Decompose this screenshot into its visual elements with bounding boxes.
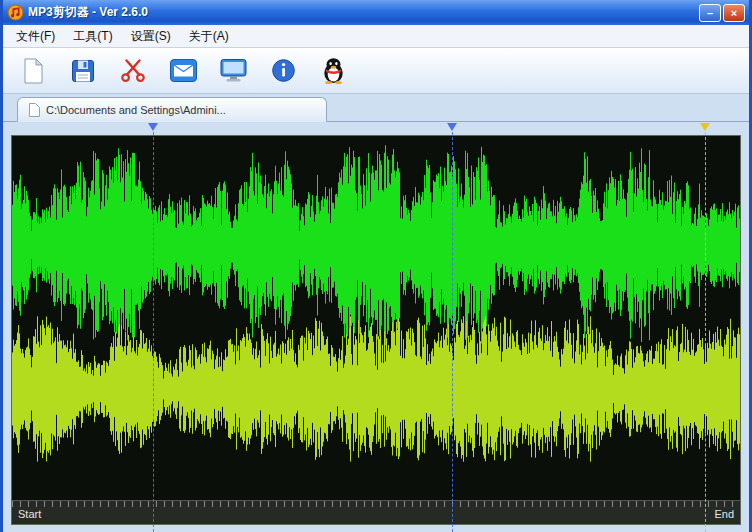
menu-file[interactable]: 文件(F) [7, 25, 64, 48]
ruler-ticks [12, 501, 740, 507]
waveform-panel: Start End [11, 135, 741, 525]
window-title: MP3剪切器 - Ver 2.6.0 [28, 4, 697, 21]
marker-top-handle-icon[interactable] [700, 123, 710, 131]
app-icon [7, 4, 24, 21]
close-button[interactable]: × [723, 4, 745, 22]
marker-line [705, 132, 706, 532]
toolbar [3, 48, 749, 94]
new-file-icon [22, 58, 44, 84]
app-window: MP3剪切器 - Ver 2.6.0 – × 文件(F) 工具(T) 设置(S)… [0, 0, 752, 532]
marker-line [452, 132, 453, 532]
cut-scissors-icon [120, 58, 146, 83]
marker-top-handle-icon[interactable] [447, 123, 457, 131]
menu-settings[interactable]: 设置(S) [122, 25, 180, 48]
titlebar: MP3剪切器 - Ver 2.6.0 – × [3, 0, 749, 25]
display-button[interactable] [215, 52, 251, 90]
mail-button[interactable] [165, 52, 201, 90]
marker-top-handle-icon[interactable] [148, 123, 158, 131]
marker-line [153, 132, 154, 532]
new-file-button[interactable] [15, 52, 51, 90]
file-tab-label: C:\Documents and Settings\Admini... [46, 104, 226, 116]
waveform-ruler: Start End [12, 500, 740, 524]
save-icon [71, 59, 95, 83]
save-button-toolbar[interactable] [65, 52, 101, 90]
file-tab-icon [28, 103, 40, 117]
mail-icon [170, 59, 197, 82]
waveform-canvas[interactable] [12, 136, 740, 500]
info-button[interactable] [265, 52, 301, 90]
ruler-start-label: Start [18, 508, 41, 520]
menu-tools[interactable]: 工具(T) [64, 25, 121, 48]
file-tab[interactable]: C:\Documents and Settings\Admini... [17, 97, 327, 122]
qq-button[interactable] [315, 52, 351, 90]
menu-about[interactable]: 关于(A) [180, 25, 238, 48]
info-icon [271, 58, 296, 83]
minimize-button[interactable]: – [699, 4, 721, 22]
display-icon [220, 58, 247, 83]
wave-region: Start End [3, 122, 749, 532]
qq-penguin-icon [322, 57, 345, 84]
cut-button[interactable] [115, 52, 151, 90]
ruler-end-label: End [714, 508, 734, 520]
menubar: 文件(F) 工具(T) 设置(S) 关于(A) [3, 25, 749, 48]
tabstrip: C:\Documents and Settings\Admini... [3, 94, 749, 122]
